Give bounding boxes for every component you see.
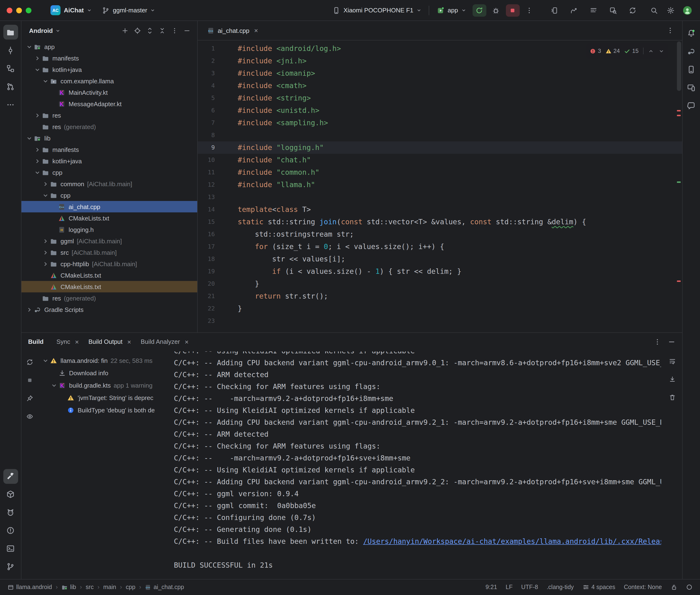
clear-button[interactable] — [667, 391, 678, 403]
build-console-wrap[interactable]: C/C++: -- Using KleidiAI optimized kerne… — [167, 350, 682, 579]
output-path-link[interactable]: /Users/hanyin/Workspace/ai-chat/examples… — [363, 537, 661, 546]
chevron-down-icon[interactable] — [33, 66, 41, 73]
build-tab-sync[interactable]: Sync× — [52, 336, 83, 348]
tree-item-ai-chat-cpp[interactable]: C++ai_chat.cpp — [22, 201, 197, 213]
breadcrumb-ai-chat-cpp[interactable]: C++ai_chat.cpp — [145, 584, 184, 591]
breadcrumb-src[interactable]: src — [86, 584, 93, 591]
project-selector[interactable]: AC AiChat — [47, 3, 95, 18]
breadcrumb-main[interactable]: main — [103, 584, 116, 591]
editor-tab-ai-chat-cpp[interactable]: C++ ai_chat.cpp × — [202, 21, 263, 40]
chevron-right-icon[interactable] — [33, 55, 41, 62]
tree-item-cmakelists-txt[interactable]: CMakeLists.txt — [22, 281, 197, 292]
pin-button[interactable] — [24, 392, 35, 404]
app-inspection-button[interactable] — [606, 4, 620, 17]
tree-item-res[interactable]: res(generated) — [22, 292, 197, 304]
tree-item-res[interactable]: res — [22, 110, 197, 121]
settings-button[interactable] — [664, 4, 678, 17]
tree-item-cpp[interactable]: cpp — [22, 167, 197, 178]
indent-style-status-item[interactable]: 4 spaces — [582, 584, 615, 591]
tree-item-download-info[interactable]: Download info — [38, 367, 167, 379]
logcat-lines-button[interactable] — [587, 4, 600, 17]
pull-request-tool-button[interactable] — [3, 79, 18, 94]
tree-item-lib[interactable]: lib — [22, 132, 197, 144]
packages-tool-button[interactable] — [3, 487, 18, 502]
tree-item-src[interactable]: src[AiChat.lib.main] — [22, 247, 197, 258]
commit-tool-button[interactable] — [3, 43, 18, 58]
tree-item-jvmtarget-string-is-deprec[interactable]: 'jvmTarget: String' is deprec — [38, 391, 167, 404]
line-separator-status-item[interactable]: LF — [506, 584, 512, 591]
chevron-right-icon[interactable] — [41, 249, 50, 256]
build-options-button[interactable] — [653, 338, 661, 345]
build-tab-build-analyzer[interactable]: Build Analyzer× — [137, 336, 193, 348]
project-view-selector[interactable]: Android — [29, 27, 53, 34]
run-configuration-selector[interactable]: app — [433, 4, 470, 17]
chevron-right-icon[interactable] — [33, 112, 41, 119]
gradle-tool-button[interactable] — [684, 44, 699, 59]
tree-item-cpp-httplib[interactable]: cpp-httplib[AiChat.lib.main] — [22, 258, 197, 270]
stop-button[interactable] — [506, 4, 520, 17]
chevron-down-icon[interactable] — [50, 382, 58, 389]
tree-item-cmakelists-txt[interactable]: CMakeLists.txt — [22, 270, 197, 281]
breadcrumb-lib[interactable]: lib — [61, 584, 76, 591]
logcat-tool-button[interactable] — [3, 505, 18, 520]
close-tab-icon[interactable]: × — [254, 27, 258, 34]
editor-options-button[interactable] — [663, 24, 677, 37]
tree-item-com-example-llama[interactable]: com.example.llama — [22, 75, 197, 87]
tree-item-manifests[interactable]: manifests — [22, 144, 197, 155]
chevron-down-icon[interactable] — [25, 135, 33, 142]
chevron-right-icon[interactable] — [33, 158, 41, 165]
chevron-right-icon[interactable] — [41, 237, 50, 245]
device-manager-tool-button[interactable] — [684, 62, 699, 77]
debug-button[interactable] — [489, 4, 503, 17]
tree-item-messageadapter-kt[interactable]: MessageAdapter.kt — [22, 98, 197, 110]
chevron-right-icon[interactable] — [33, 146, 41, 153]
rerun-button[interactable] — [472, 4, 486, 17]
vcs-branch-selector[interactable]: ggml-master — [98, 4, 159, 17]
plus-button[interactable] — [119, 25, 131, 36]
maximize-window-button[interactable] — [26, 7, 31, 13]
resource-context-status-item[interactable]: Context: None — [624, 584, 662, 591]
tree-item-ggml[interactable]: ggml[AiChat.lib.main] — [22, 235, 197, 247]
build-tool-button[interactable] — [3, 469, 18, 484]
tree-item-logging-h[interactable]: Hlogging.h — [22, 224, 197, 235]
analysis-status-status-item[interactable] — [686, 584, 692, 591]
running-devices-tool-button[interactable] — [684, 80, 699, 95]
tree-item-common[interactable]: common[AiChat.lib.main] — [22, 178, 197, 190]
expand-all-button[interactable] — [144, 25, 155, 36]
tree-item-kotlin-java[interactable]: kotlin+java — [22, 64, 197, 75]
profiler-button[interactable] — [567, 4, 581, 17]
code-style-config-status-item[interactable]: .clang-tidy — [547, 584, 574, 591]
chevron-right-icon[interactable] — [41, 180, 50, 188]
tree-item-kotlin-java[interactable]: kotlin+java — [22, 155, 197, 167]
close-tab-icon[interactable]: × — [75, 338, 79, 345]
locate-button[interactable] — [132, 25, 143, 36]
close-window-button[interactable] — [7, 7, 12, 13]
soft-wrap-button[interactable] — [667, 355, 678, 367]
editor-scrollbar[interactable] — [677, 41, 681, 91]
tree-item-res[interactable]: res(generated) — [22, 121, 197, 132]
profile-avatar[interactable] — [680, 4, 694, 17]
tree-item-build-gradle-kts[interactable]: build.gradle.ktsapp 1 warning — [38, 379, 167, 391]
tree-item-llama-android-fin[interactable]: llama.android: fin22 sec, 583 ms — [38, 354, 167, 367]
structure-tool-button[interactable] — [3, 61, 18, 76]
device-streaming-button[interactable] — [548, 4, 561, 17]
tree-item-mainactivity-kt[interactable]: MainActivity.kt — [22, 87, 197, 98]
terminal-tool-button[interactable] — [3, 541, 18, 556]
more-h-tool-button[interactable] — [3, 97, 18, 112]
tree-item-buildtype-debug-is-both-de[interactable]: BuildType 'debug' is both de — [38, 404, 167, 416]
next-problem-button[interactable] — [658, 48, 664, 54]
project-tool-button[interactable] — [3, 25, 18, 39]
version-control-tool-button[interactable] — [3, 559, 18, 574]
collapse-all-button[interactable] — [156, 25, 168, 36]
tree-item-app[interactable]: app — [22, 41, 197, 52]
minimize-window-button[interactable] — [16, 7, 22, 13]
hide-build-panel-button[interactable] — [668, 338, 675, 345]
caret-position-status-item[interactable]: 9:21 — [485, 584, 497, 591]
sync-button[interactable] — [626, 4, 640, 17]
prev-problem-button[interactable] — [648, 48, 654, 54]
assistant-tool-button[interactable] — [684, 98, 699, 113]
bell-tool-button[interactable] — [684, 26, 699, 40]
chevron-down-icon[interactable] — [25, 43, 33, 50]
scroll-end-button[interactable] — [667, 373, 678, 385]
problems-tool-button[interactable] — [3, 523, 18, 538]
